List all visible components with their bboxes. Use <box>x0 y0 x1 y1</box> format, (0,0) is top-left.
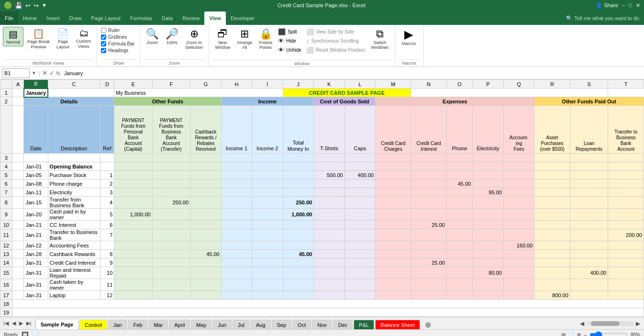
col-header-m[interactable]: M <box>376 80 411 89</box>
row-header[interactable]: 2 <box>0 97 12 106</box>
cell-b10[interactable]: Jan-21 <box>24 221 48 229</box>
scroll-right-btn[interactable]: ▶ <box>636 320 640 327</box>
cell-income2-header[interactable]: Income 2 <box>252 106 283 154</box>
cell-income-header[interactable]: Income <box>221 97 313 106</box>
col-header-j[interactable]: J <box>283 80 314 89</box>
cell-d5[interactable]: 1 <box>100 171 114 179</box>
sheet-tab-jul[interactable]: Jul <box>233 320 250 329</box>
restore-btn[interactable]: □ <box>629 2 632 8</box>
cell-cogs-header[interactable]: Cost of Goods Sold <box>314 97 376 106</box>
cell-d17[interactable]: 12 <box>100 291 114 300</box>
sync-scroll-btn[interactable]: ↕ Synchronous Scrolling <box>304 37 367 45</box>
sheet-nav-next[interactable]: ▶ <box>18 320 24 327</box>
cell-payment-personal-header[interactable]: PAYMENTFunds fromPersonalBankAccount(Cap… <box>114 106 152 154</box>
freeze-panes-btn[interactable]: 🔒 FreezePanes <box>256 27 275 51</box>
cell-a1[interactable] <box>12 89 24 97</box>
sheet-tab-balance-sheet[interactable]: Balance Sheet <box>375 320 420 329</box>
row-header[interactable]: 3 <box>0 154 12 162</box>
cell-a-sub[interactable] <box>12 106 24 154</box>
cell-e9[interactable]: 1,000.00 <box>114 209 152 221</box>
cell-l5[interactable]: 400.00 <box>344 171 375 179</box>
sheet-tab-mar[interactable]: Mar <box>148 320 168 329</box>
view-side-by-side-btn[interactable]: ⬜ View Side by Side <box>304 28 367 36</box>
formula-input[interactable] <box>62 68 642 78</box>
cell-c5[interactable]: Purchase Stock <box>48 171 100 179</box>
sheet-tab-feb[interactable]: Feb <box>128 320 147 329</box>
cell-c10[interactable]: CC Interest <box>48 221 100 229</box>
cell-loan-header[interactable]: LoanRepayments <box>570 106 608 154</box>
hide-btn[interactable]: 👁 Hide <box>276 37 303 45</box>
col-header-q[interactable]: Q <box>503 80 534 89</box>
cell-c4[interactable]: Opening Balance <box>48 162 100 171</box>
qat-extra[interactable]: ▼ <box>42 2 47 8</box>
cell-asset-header[interactable]: AssetPurchases(over $500) <box>534 106 570 154</box>
cell-p7[interactable]: 95.00 <box>473 188 504 197</box>
tab-formulas[interactable]: Formulas <box>125 11 157 25</box>
row-header[interactable] <box>0 106 12 154</box>
cell-b4[interactable]: Jan-01 <box>24 162 48 171</box>
cell-b8[interactable]: Jan-15 <box>24 197 48 209</box>
view-normal-icon[interactable]: ▤ <box>561 332 566 336</box>
custom-views-btn[interactable]: 🗂 CustomViews <box>73 27 94 50</box>
add-sheet-btn[interactable]: ⊕ <box>422 320 434 329</box>
col-header-i[interactable]: I <box>252 80 283 89</box>
row-header[interactable]: 6 <box>0 179 12 188</box>
col-header-c[interactable]: C <box>48 80 100 89</box>
col-header-f[interactable]: F <box>152 80 190 89</box>
col-header-p[interactable]: P <box>473 80 504 89</box>
cell-cc-interest-header[interactable]: Credit CardInterest <box>411 106 446 154</box>
sheet-tab-april[interactable]: April <box>169 320 190 329</box>
formula-bar-checkbox[interactable]: Formula Bar <box>101 41 136 46</box>
cell-b16[interactable]: Jan-31 <box>24 279 48 291</box>
cell-b9[interactable]: Jan-20 <box>24 209 48 221</box>
cell-ref-header[interactable]: Ref <box>100 106 114 154</box>
sheet-tab-jan[interactable]: Jan <box>108 320 127 329</box>
cell-d9[interactable]: 5 <box>100 209 114 221</box>
row-header[interactable]: 15 <box>0 267 12 279</box>
cell-a2[interactable] <box>12 97 24 106</box>
cell-income1-header[interactable]: Income 1 <box>221 106 252 154</box>
col-header-r[interactable]: R <box>534 80 570 89</box>
row-header[interactable]: 17 <box>0 291 12 300</box>
cell-b12[interactable]: Jan-22 <box>24 241 48 250</box>
cell-ref-dropdown[interactable]: ▼ <box>32 70 36 76</box>
insert-function-icon[interactable]: fx <box>56 70 61 76</box>
tab-home[interactable]: Home <box>18 11 42 25</box>
cell-t11[interactable]: 200.00 <box>608 229 644 241</box>
sheet-tab-nov[interactable]: Nov <box>312 320 332 329</box>
cell-k1[interactable]: CREDIT CARD SAMPLE PAGE <box>283 89 411 97</box>
col-header-h[interactable]: H <box>221 80 252 89</box>
cell-electricity-header[interactable]: Electricity <box>473 106 504 154</box>
share-btn[interactable]: 👤 Share <box>596 2 618 9</box>
cell-b5[interactable]: Jan-05 <box>24 171 48 179</box>
col-header-b[interactable]: B <box>24 80 48 89</box>
col-header-e[interactable]: E <box>114 80 152 89</box>
macros-btn[interactable]: ▶ Macros <box>398 27 420 47</box>
row-header[interactable]: 14 <box>0 258 12 267</box>
ruler-checkbox[interactable]: Ruler <box>101 28 136 33</box>
sheet-nav-first[interactable]: |◀ <box>2 320 10 327</box>
split-btn[interactable]: ⬛ Split <box>276 28 303 36</box>
sheet-tab-dec[interactable]: Dec <box>333 320 353 329</box>
sheet-tab-oct[interactable]: Oct <box>292 320 311 329</box>
col-header-l[interactable]: L <box>344 80 375 89</box>
cell-d16[interactable]: 11 <box>100 279 114 291</box>
cell-n10[interactable]: 25.00 <box>411 221 446 229</box>
row-header[interactable]: 16 <box>0 279 12 291</box>
cancel-formula-icon[interactable]: ✕ <box>42 69 47 77</box>
cell-accounting-header[interactable]: Account-ingFees <box>503 106 534 154</box>
col-header-k[interactable]: K <box>314 80 344 89</box>
cell-j13[interactable]: 45.00 <box>283 250 314 258</box>
cell-c13[interactable]: Cashback Rewards <box>48 250 100 258</box>
cell-date-header[interactable]: Date <box>24 106 48 154</box>
sheet-nav-last[interactable]: ▶| <box>25 320 33 327</box>
cell-o6[interactable]: 45.00 <box>446 179 473 188</box>
col-header-a[interactable]: A <box>12 80 24 89</box>
cell-c16[interactable]: Cash taken by owner <box>48 279 100 291</box>
cell-c1[interactable] <box>48 89 114 97</box>
close-btn[interactable]: ✕ <box>636 2 640 9</box>
row-header[interactable]: 10 <box>0 221 12 229</box>
zoom-slider[interactable] <box>589 332 628 336</box>
sheet-tab-may[interactable]: May <box>191 320 211 329</box>
confirm-formula-icon[interactable]: ✓ <box>49 69 55 77</box>
